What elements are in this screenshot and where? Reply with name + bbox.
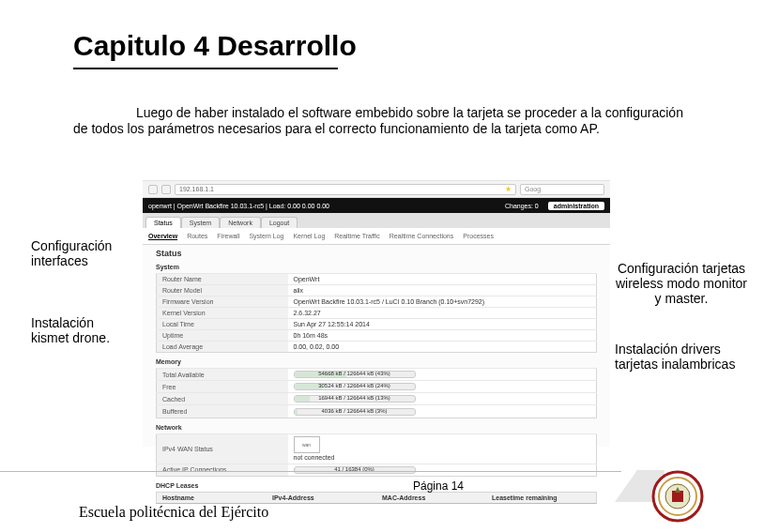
administration-button[interactable]: administration (548, 202, 604, 210)
row-v: 0.00, 0.02, 0.00 (288, 342, 597, 353)
row-v: OpenWrt (288, 274, 597, 285)
row-k: Active IP Connections (157, 464, 288, 476)
tab-status[interactable]: Status (145, 217, 181, 228)
row-k: Uptime (157, 330, 288, 342)
intro-paragraph: Luego de haber instalado el software emb… (73, 105, 683, 137)
system-heading: System (156, 264, 597, 270)
row-v: 16944 kB / 126644 kB (13%) (288, 393, 597, 405)
subtab-overview[interactable]: Overview (148, 233, 177, 239)
row-k: Firmware Version (157, 296, 288, 308)
row-v: Sun Apr 27 12:55:14 2014 (288, 319, 597, 330)
row-k: Cached (157, 393, 288, 405)
status-heading: Status (156, 249, 597, 258)
tab-system[interactable]: System (181, 217, 220, 228)
page-title: Capitulo 4 Desarrollo (73, 30, 357, 62)
brand-text: openwrt | OpenWrt Backfire 10.03.1-rc5 |… (148, 203, 329, 209)
school-name: Escuela politécnica del Ejército (79, 504, 268, 521)
row-v: wan not connected (288, 433, 597, 464)
row-k: Buffered (157, 405, 288, 418)
subtab-routes[interactable]: Routes (187, 233, 207, 239)
row-k: Free (157, 381, 288, 393)
bookmark-icon[interactable]: ★ (505, 185, 512, 193)
tab-network[interactable]: Network (220, 217, 261, 228)
row-k: Router Model (157, 285, 288, 296)
address-bar[interactable]: 192.168.1.1 ★ (175, 184, 516, 195)
footer-divider (0, 471, 621, 472)
subtab-firewall[interactable]: Firewall (217, 233, 239, 239)
subtab-rtconn[interactable]: Realtime Connections (390, 233, 453, 239)
col-ipv4: IPv4-Address (267, 493, 376, 503)
row-k: Load Average (157, 342, 288, 353)
row-k: Total Available (157, 369, 288, 381)
sub-tabs: Overview Routes Firewall System Log Kern… (143, 228, 610, 245)
row-k: Kernel Version (157, 308, 288, 319)
wan-iface-icon: wan (294, 436, 320, 453)
col-mac: MAC-Address (376, 493, 486, 503)
row-v: 54668 kB / 126644 kB (43%) (288, 369, 597, 381)
page-number: Página 14 (413, 479, 464, 493)
annotation-drivers: Instalación drivers tarjetas inalambrica… (615, 342, 746, 372)
annotation-kismet: Instalación kismet drone. (31, 315, 134, 345)
browser-bar: 192.168.1.1 ★ Goog (143, 181, 610, 198)
dhcp-column-headers: Hostname IPv4-Address MAC-Address Leaset… (156, 492, 597, 504)
subtab-syslog[interactable]: System Log (249, 233, 283, 239)
row-v: 30524 kB / 126644 kB (24%) (288, 381, 597, 393)
network-table: IPv4 WAN Status wan not connected Active… (156, 433, 597, 477)
wan-info: not connected (294, 454, 335, 461)
main-tabs: Status System Network Logout (143, 213, 610, 228)
annotation-wireless: Configuración tarjetas wireless modo mon… (611, 261, 752, 306)
row-k: Local Time (157, 319, 288, 330)
changes-label[interactable]: Changes: 0 (505, 203, 539, 209)
memory-heading: Memory (156, 358, 597, 365)
admin-header: openwrt | OpenWrt Backfire 10.03.1-rc5 |… (143, 198, 610, 213)
row-v: alix (288, 285, 597, 296)
row-v: 41 / 16384 (0%) (288, 464, 597, 476)
school-seal-icon (651, 470, 704, 523)
tab-logout[interactable]: Logout (261, 217, 298, 228)
screenshot-openwrt: 192.168.1.1 ★ Goog openwrt | OpenWrt Bac… (143, 180, 610, 447)
row-v: 0h 16m 48s (288, 330, 597, 342)
address-text: 192.168.1.1 (179, 186, 214, 192)
footer-decoration (615, 470, 637, 502)
annotation-interfaces: Configuración interfaces (31, 238, 134, 268)
search-placeholder: Goog (525, 186, 541, 192)
subtab-kernellog[interactable]: Kernel Log (293, 233, 325, 239)
row-k: IPv4 WAN Status (157, 433, 288, 464)
row-k: Router Name (157, 274, 288, 285)
col-hostname: Hostname (157, 493, 267, 503)
back-button[interactable] (148, 185, 158, 194)
row-v: OpenWrt Backfire 10.03.1-rc5 / LuCI 0.10… (288, 296, 597, 308)
system-table: Router NameOpenWrt Router Modelalix Firm… (156, 273, 597, 353)
title-underline (73, 68, 338, 69)
search-box[interactable]: Goog (520, 184, 604, 195)
memory-table: Total Available54668 kB / 126644 kB (43%… (156, 368, 597, 418)
forward-button[interactable] (161, 185, 171, 194)
row-v: 2.6.32.27 (288, 308, 597, 319)
dhcp-heading: DHCP Leases (156, 482, 597, 489)
subtab-processes[interactable]: Processes (463, 233, 494, 239)
col-lease: Leasetime remaining (486, 493, 596, 503)
row-v: 4036 kB / 126644 kB (3%) (288, 405, 597, 418)
network-heading: Network (156, 424, 597, 431)
subtab-rttraffic[interactable]: Realtime Traffic (334, 233, 380, 239)
